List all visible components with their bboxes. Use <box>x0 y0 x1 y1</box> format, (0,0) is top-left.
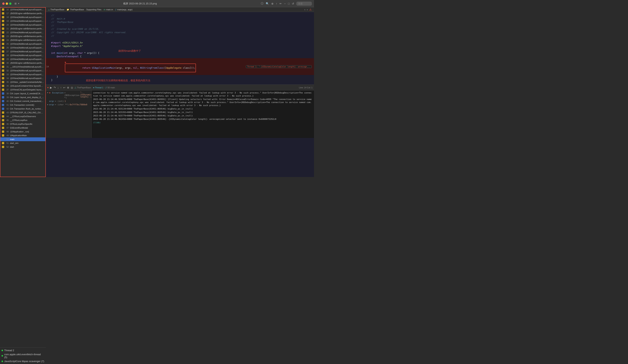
step-out-icon[interactable]: ↑ <box>60 86 62 89</box>
stack-item[interactable]: 23-[NSISEngine withBehaviors:performModi… <box>0 34 45 38</box>
stack-item[interactable]: 43CFRUNLOOP_IS_CALLING_OUT_TO_AN_OBSERVE… <box>0 111 45 114</box>
debug-bc-project[interactable]: ThePaperBase <box>77 86 91 89</box>
stack-item[interactable]: 32-[UIView(AdditionalLayoutSupport) _wit… <box>0 69 45 73</box>
thread-error-badge: Thread 1: "-[UIDynamicCatalogColor lengt… <box>246 65 312 68</box>
help-icon[interactable]: ⓘ <box>261 2 263 5</box>
debug-bc-func[interactable]: 50 main <box>107 86 115 89</box>
breadcrumb-folder[interactable]: ThePaperBase <box>70 8 84 11</box>
scope-icon[interactable]: ◎ <box>71 86 73 89</box>
stack-item[interactable]: 50main <box>0 137 45 141</box>
search-icon[interactable]: 🔍 <box>266 2 269 5</box>
nav-forward-icon[interactable]: › <box>307 8 308 11</box>
right-panel: △ ThePaperBase › 📁 ThePaperBase › Suppor… <box>46 7 314 177</box>
code-line <box>46 48 314 51</box>
code-editor[interactable]: 崩溃到main函数中了 底部也看不到项目方法调用的堆栈信息，都是系统内部方法 ↙… <box>46 12 314 84</box>
search-input[interactable] <box>297 2 312 5</box>
stack-item[interactable]: 37-[UIView(CALayerDelegate) layoutSublay… <box>0 88 45 92</box>
stack-item[interactable]: 17-[NSISEngine withBehaviors:performModi… <box>0 11 45 15</box>
breadcrumb-func[interactable]: main(argc, argv) <box>117 8 132 11</box>
stack-item[interactable]: 48-[UIApplication _run] <box>0 130 45 134</box>
stack-label: -[UILayoutContainerView layoutSubviews] <box>10 85 44 87</box>
stack-item[interactable]: 46CFRunLoopRunSpecific <box>0 122 45 126</box>
stack-item[interactable]: 39CA::Layer::layout_and_display_if_neede… <box>0 95 45 99</box>
stack-item[interactable]: 42CA::Transaction::flush_as_runloop_obse… <box>0 107 45 111</box>
stack-item[interactable]: 38CA::Layer::layout_if_needed(CA::Transa… <box>0 92 45 95</box>
stop-icon[interactable]: ■ <box>47 86 48 88</box>
stack-item[interactable]: 24-[NSISEngine withBehaviors:performModi… <box>0 38 45 42</box>
stack-item[interactable]: 40CA::Context::commit_transaction(CA::Tr… <box>0 99 45 103</box>
share-icon[interactable]: ↑ <box>276 2 277 5</box>
warning-icon[interactable]: ⚠ <box>309 8 312 11</box>
stack-num: 41 <box>5 104 9 106</box>
console-line: connection to service named com.apple.co… <box>93 91 313 98</box>
stack-item[interactable]: 34-[UIView(AdditionalLayoutSupport) _upd… <box>0 76 45 80</box>
stack-item[interactable]: 22-[UIView(AdditionalLayoutSupport) _rec… <box>0 31 45 34</box>
stack-item[interactable]: 44__CFRunLoopDoObservers <box>0 114 45 118</box>
edit-icon[interactable]: ✏ <box>279 2 282 5</box>
stack-item[interactable]: 21-[NSISEngine withBehaviors:performModi… <box>0 27 45 31</box>
stack-item[interactable]: 27-[UIView(AdditionalLayoutSupport) _upd… <box>0 50 45 53</box>
stack-item[interactable]: 33-[UIView(AdditionalLayoutSupport) _upd… <box>0 73 45 76</box>
stack-item[interactable]: 16-[UIView(AdditionalLayoutSupport) _upd… <box>0 8 45 11</box>
stack-item[interactable]: 51start_sim <box>0 141 45 145</box>
breadcrumb-project[interactable]: ThePaperBase <box>50 8 64 11</box>
stack-icon-yellow <box>2 47 4 49</box>
step-over-icon[interactable]: ↷ <box>54 86 56 89</box>
stack-trace-panel: 16-[UIView(AdditionalLayoutSupport) _upd… <box>0 7 46 177</box>
breakpoint-icon[interactable]: ⊗ <box>67 86 69 89</box>
code-line: } <box>46 75 314 78</box>
stack-num: 32 <box>5 70 9 72</box>
expand-icon[interactable]: ▶ <box>47 104 48 105</box>
breadcrumb-supporting[interactable]: Supporting Files <box>86 8 101 11</box>
console-line: 2023-06-28 21:14:46.925779+0800 ThePaper… <box>93 114 313 118</box>
stack-item[interactable]: 25-[UIView(AdditionalLayoutSupport) _rec… <box>0 42 45 46</box>
stack-item[interactable]: 41CA::Transaction::commit() <box>0 103 45 107</box>
sidebar-toggle-icon[interactable]: ⊞ <box>14 2 17 5</box>
stack-item[interactable]: 19-[UIView(AdditionalLayoutSupport) _upd… <box>0 19 45 23</box>
expand-icon[interactable]: ▶ <box>47 92 48 93</box>
stack-icon-yellow <box>2 123 4 125</box>
stack-item[interactable]: 36-[UILayoutContainerView layoutSubviews… <box>0 84 45 88</box>
stack-item[interactable]: 18-[UIView(AdditionalLayoutSupport) _rec… <box>0 15 45 19</box>
stack-item[interactable]: 35-[UIView _updateConstraintsAsNecessary… <box>0 80 45 84</box>
stack-item[interactable]: 49UIApplicationMain <box>0 134 45 137</box>
code-line: // <box>46 24 314 27</box>
debug-nav-icon[interactable]: ↩ <box>63 86 66 89</box>
debug-content: ▶ ⊗ Exception = (NSException *) "-[UIDyn… <box>46 90 314 138</box>
zoom-icon[interactable]: ⊕ <box>271 2 274 5</box>
minus-icon[interactable]: − <box>284 2 286 5</box>
stack-num: 50 <box>5 138 9 141</box>
step-in-icon[interactable]: ↓ <box>57 86 59 89</box>
stack-item[interactable]: 31__100-[UIView(AdditionalLayoutSupport)… <box>0 65 45 69</box>
stack-item[interactable]: 26-[UIView(AdditionalLayoutSupport) _upd… <box>0 46 45 50</box>
stack-num: 22 <box>5 31 9 34</box>
stack-item[interactable]: 47GSEventRunModal <box>0 126 45 130</box>
stack-icon-yellow <box>2 8 4 11</box>
stack-item[interactable]: 52start <box>0 145 45 149</box>
chevron-down-icon[interactable]: ▾ <box>18 2 19 5</box>
stack-item[interactable]: 20-[UIView(AdditionalLayoutSupport) _upd… <box>0 23 45 27</box>
stack-item[interactable]: 28-[UIView(AdditionalLayoutSupport) _upd… <box>0 53 45 57</box>
stack-label: -[UIView(AdditionalLayoutSupport) _updat… <box>10 8 44 11</box>
maximize-button[interactable] <box>9 2 11 5</box>
rotate-icon[interactable]: ↺ <box>292 2 294 5</box>
nav-back-icon[interactable]: ‹ <box>305 8 306 11</box>
stack-item[interactable]: 30-[NSISEngine withBehaviors:performModi… <box>0 61 45 65</box>
stack-icon-yellow <box>2 81 4 83</box>
breadcrumb-file[interactable]: main.m <box>106 8 113 11</box>
debug-bc-thread[interactable]: ● Thread 1 <box>93 86 103 89</box>
close-button[interactable] <box>2 2 4 5</box>
console-panel[interactable]: connection to service named com.apple.co… <box>91 90 314 138</box>
stack-num: 39 <box>5 96 9 98</box>
stack-label: -[NSISEngine withBehaviors:performModifi… <box>10 12 44 14</box>
stack-label: CFRUNLOOP_IS_CALLING_OUT_TO_AN_OBSERVER_… <box>10 111 44 114</box>
minimize-button[interactable] <box>6 2 8 5</box>
code-line: #import <UIKit/UIKit.h> <box>46 41 314 44</box>
stack-label: __CFRunLoopRun <box>10 119 27 121</box>
stack-item[interactable]: 29-[UIView(AdditionalLayoutSupport) _upd… <box>0 57 45 61</box>
stack-num: 34 <box>5 77 9 79</box>
debug-bc-icon: △ <box>75 86 76 89</box>
stack-item[interactable]: 45__CFRunLoopRun <box>0 118 45 122</box>
box-icon[interactable]: □ <box>288 2 290 5</box>
continue-icon[interactable]: ▶ <box>50 86 52 89</box>
